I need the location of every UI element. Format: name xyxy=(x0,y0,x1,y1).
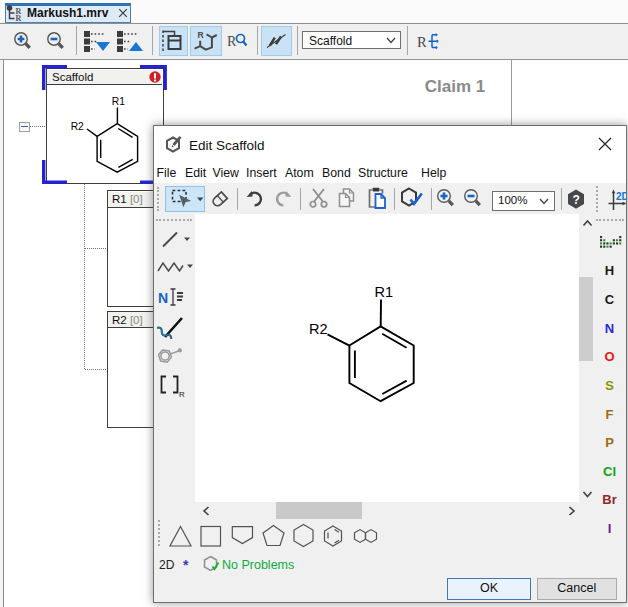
svg-text:R: R xyxy=(179,390,185,398)
svg-text:R: R xyxy=(198,30,204,40)
svg-text:N: N xyxy=(158,290,168,306)
svg-text:2D: 2D xyxy=(616,191,626,202)
svg-text:R1: R1 xyxy=(375,284,394,300)
svg-text:R: R xyxy=(417,34,427,50)
svg-text:R: R xyxy=(16,14,22,22)
svg-text:R2: R2 xyxy=(71,121,84,132)
svg-text:R: R xyxy=(227,34,237,49)
svg-text:R1: R1 xyxy=(112,96,125,107)
svg-text:?: ? xyxy=(573,193,580,207)
svg-text:R2: R2 xyxy=(309,321,328,337)
